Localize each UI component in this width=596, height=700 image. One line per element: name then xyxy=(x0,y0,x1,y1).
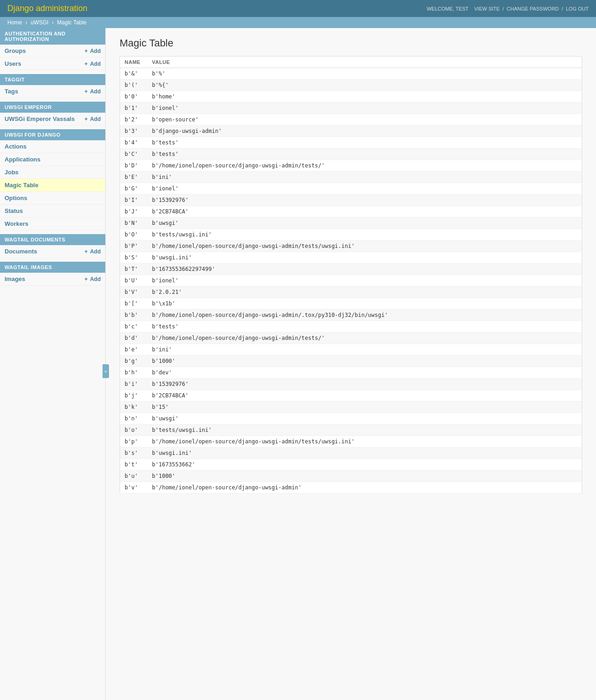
change-password-link[interactable]: CHANGE PASSWORD xyxy=(507,6,559,11)
table-row: b'u'b'1000' xyxy=(120,470,582,482)
cell-name: b't' xyxy=(120,459,148,470)
collapse-toggle[interactable]: « xyxy=(103,364,109,378)
table-row: b'N'b'uwsgi' xyxy=(120,218,582,229)
cell-name: b'p' xyxy=(120,436,148,448)
cell-value: b'django-uwsgi-admin' xyxy=(148,126,582,137)
breadcrumb: Home › uWSGI › Magic Table xyxy=(0,17,596,28)
table-row: b'e'b'ini' xyxy=(120,344,582,356)
cell-name: b'c' xyxy=(120,321,148,333)
cell-value: b'/home/ionel/open-source/django-uwsgi-a… xyxy=(148,310,582,321)
sidebar-item-workers[interactable]: Workers xyxy=(0,218,105,230)
table-row: b'j'b'2CB74BCA' xyxy=(120,390,582,402)
cell-name: b'2' xyxy=(120,114,148,126)
table-row: b'V'b'2.0.21' xyxy=(120,287,582,298)
sidebar-link-jobs[interactable]: Jobs xyxy=(5,169,18,176)
cell-value: b'%' xyxy=(148,68,582,80)
table-row: b'p'b'/home/ionel/open-source/django-uws… xyxy=(120,436,582,448)
logout-link[interactable]: LOG OUT xyxy=(566,6,589,11)
cell-value: b'open-source' xyxy=(148,114,582,126)
cell-name: b'3' xyxy=(120,126,148,137)
sidebar-add-documents[interactable]: + Add xyxy=(85,248,101,255)
breadcrumb-current: Magic Table xyxy=(57,19,86,26)
sidebar-link-applications[interactable]: Applications xyxy=(5,156,40,163)
table-row: b'g'b'1000' xyxy=(120,356,582,367)
breadcrumb-home[interactable]: Home xyxy=(7,19,22,26)
cell-name: b'P' xyxy=(120,241,148,252)
cell-name: b'g' xyxy=(120,356,148,367)
sidebar-item-uwsgi-emperor-vassals[interactable]: UWSGi Emperor Vassals+ Add xyxy=(0,113,105,126)
page-title: Magic Table xyxy=(120,37,582,49)
sidebar-link-workers[interactable]: Workers xyxy=(5,220,29,227)
cell-value: b'/home/ionel/open-source/django-uwsgi-a… xyxy=(148,333,582,344)
cell-name: b'I' xyxy=(120,195,148,206)
table-row: b'U'b'ionel' xyxy=(120,275,582,287)
sidebar-link-options[interactable]: Options xyxy=(5,195,27,201)
cell-name: b'J' xyxy=(120,206,148,218)
table-row: b'v'b'/home/ionel/open-source/django-uws… xyxy=(120,482,582,493)
sidebar-link-uwsgi-emperor-vassals[interactable]: UWSGi Emperor Vassals xyxy=(5,115,74,122)
sidebar-link-images[interactable]: Images xyxy=(5,275,25,282)
cell-value: b'uwsgi' xyxy=(148,413,582,425)
cell-value: b'2CB74BCA' xyxy=(148,206,582,218)
cell-name: b'D' xyxy=(120,160,148,172)
cell-name: b'4' xyxy=(120,137,148,149)
cell-value: b'uwsgi.ini' xyxy=(148,252,582,264)
cell-value: b'2.0.21' xyxy=(148,287,582,298)
cell-value: b'1000' xyxy=(148,470,582,482)
sidebar-item-images[interactable]: Images+ Add xyxy=(0,273,105,286)
table-row: b'4'b'tests' xyxy=(120,137,582,149)
table-row: b'1'b'ionel' xyxy=(120,103,582,114)
sidebar-add-groups[interactable]: + Add xyxy=(85,48,101,54)
sidebar-item-documents[interactable]: Documents+ Add xyxy=(0,245,105,258)
sidebar-link-tags[interactable]: Tags xyxy=(5,88,18,95)
view-site-link[interactable]: VIEW SITE xyxy=(474,6,500,11)
header: Django administration WELCOME, TEST VIEW… xyxy=(0,0,596,17)
cell-value: b'1673553662' xyxy=(148,459,582,470)
col-value: VALUE xyxy=(148,57,582,68)
sidebar-link-users[interactable]: Users xyxy=(5,60,21,67)
sidebar-item-status[interactable]: Status xyxy=(0,205,105,218)
cell-name: b'&' xyxy=(120,68,148,80)
sidebar-item-jobs[interactable]: Jobs xyxy=(0,166,105,179)
sidebar-item-options[interactable]: Options xyxy=(0,192,105,205)
sidebar-link-magic-table[interactable]: Magic Table xyxy=(5,182,38,189)
sidebar-section-auth: AUTHENTICATION AND AUTHORIZATION xyxy=(0,28,105,45)
cell-value: b'15392976' xyxy=(148,379,582,390)
table-row: b'I'b'15392976' xyxy=(120,195,582,206)
cell-value: b'ionel' xyxy=(148,183,582,195)
table-row: b'&'b'%' xyxy=(120,68,582,80)
sidebar-add-uwsgi-emperor-vassals[interactable]: + Add xyxy=(85,116,101,122)
table-row: b'i'b'15392976' xyxy=(120,379,582,390)
table-row: b'2'b'open-source' xyxy=(120,114,582,126)
cell-name: b'[' xyxy=(120,298,148,310)
table-row: b'J'b'2CB74BCA' xyxy=(120,206,582,218)
cell-name: b'0' xyxy=(120,91,148,103)
sidebar-item-magic-table[interactable]: Magic Table xyxy=(0,179,105,192)
sidebar-add-tags[interactable]: + Add xyxy=(85,88,101,95)
sidebar-item-actions[interactable]: Actions xyxy=(0,140,105,153)
sidebar-link-actions[interactable]: Actions xyxy=(5,143,27,150)
sidebar-item-tags[interactable]: Tags+ Add xyxy=(0,85,105,98)
sidebar-item-groups[interactable]: Groups+ Add xyxy=(0,45,105,57)
table-row: b'n'b'uwsgi' xyxy=(120,413,582,425)
sidebar-add-images[interactable]: + Add xyxy=(85,276,101,282)
cell-name: b'b' xyxy=(120,310,148,321)
table-row: b's'b'uwsgi.ini' xyxy=(120,448,582,459)
sidebar-section-taggit: TAGGIT xyxy=(0,74,105,85)
sidebar-add-users[interactable]: + Add xyxy=(85,61,101,67)
site-title: Django administration xyxy=(7,4,87,13)
sidebar-link-groups[interactable]: Groups xyxy=(5,47,26,54)
sidebar-link-documents[interactable]: Documents xyxy=(5,248,37,255)
sidebar-section-uwsgi-django: UWSGI FOR DJANGO xyxy=(0,129,105,140)
table-row: b'c'b'tests' xyxy=(120,321,582,333)
cell-name: b'o' xyxy=(120,425,148,436)
table-row: b'b'b'/home/ionel/open-source/django-uws… xyxy=(120,310,582,321)
cell-value: b'15392976' xyxy=(148,195,582,206)
sidebar-item-applications[interactable]: Applications xyxy=(0,153,105,166)
cell-name: b'u' xyxy=(120,470,148,482)
sidebar-item-users[interactable]: Users+ Add xyxy=(0,57,105,70)
cell-name: b'C' xyxy=(120,149,148,160)
cell-name: b'E' xyxy=(120,172,148,183)
breadcrumb-uwsgi[interactable]: uWSGI xyxy=(31,19,49,26)
sidebar-link-status[interactable]: Status xyxy=(5,207,23,214)
